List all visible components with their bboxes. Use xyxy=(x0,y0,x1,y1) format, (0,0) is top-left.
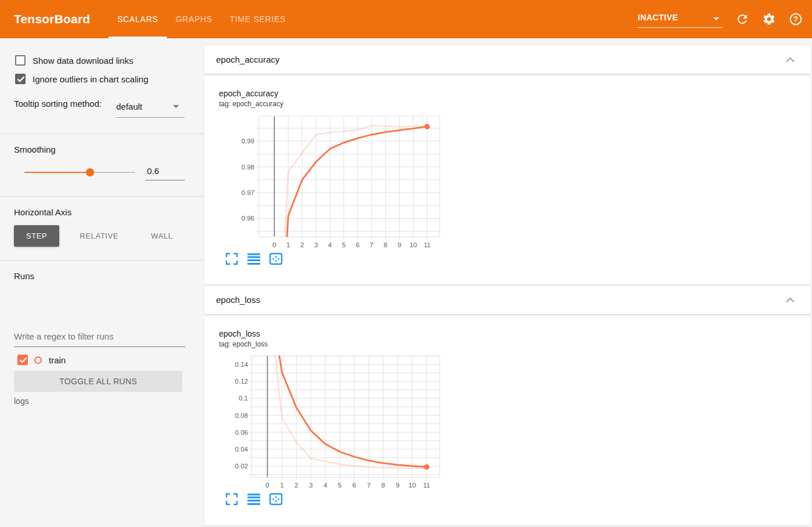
app-header: TensorBoard SCALARS GRAPHS TIME SERIES I… xyxy=(0,0,812,38)
ignore-outliers-checkbox[interactable] xyxy=(15,74,26,84)
svg-text:0: 0 xyxy=(272,241,276,248)
checkbox-label: Ignore outliers in chart scaling xyxy=(33,74,148,84)
svg-text:?: ? xyxy=(793,15,798,23)
chart-tag: tag: epoch_loss xyxy=(219,340,268,348)
ignore-outliers-row: Ignore outliers in chart scaling xyxy=(15,74,148,84)
chart-card-epoch-accuracy: epoch_accuracy tag: epoch_accuracy 01234… xyxy=(204,76,811,284)
svg-text:8: 8 xyxy=(382,482,385,489)
caret-down-icon xyxy=(173,105,179,108)
svg-text:5: 5 xyxy=(338,482,342,489)
tab-graphs[interactable]: GRAPHS xyxy=(167,0,221,38)
svg-text:6: 6 xyxy=(353,482,356,489)
run-train-checkbox[interactable] xyxy=(17,355,28,365)
horizontal-axis-label: Horizontal Axis xyxy=(14,207,71,217)
svg-text:0.1: 0.1 xyxy=(239,395,248,402)
axis-relative-button[interactable]: RELATIVE xyxy=(67,225,131,247)
horizontal-axis-selector: STEP RELATIVE WALL xyxy=(14,225,185,247)
svg-text:0.06: 0.06 xyxy=(235,429,248,436)
svg-text:11: 11 xyxy=(423,241,430,248)
run-color-circle-icon xyxy=(34,356,42,364)
svg-text:3: 3 xyxy=(309,482,312,489)
svg-text:0.14: 0.14 xyxy=(235,361,249,368)
chart-title: epoch_loss xyxy=(219,329,260,338)
fit-domain-icon[interactable] xyxy=(269,252,283,266)
tooltip-sorting-dropdown[interactable]: default xyxy=(116,102,142,111)
svg-text:2: 2 xyxy=(300,241,304,248)
section-header-epoch-loss[interactable]: epoch_loss xyxy=(204,286,811,314)
svg-text:8: 8 xyxy=(383,241,387,248)
expand-icon[interactable] xyxy=(225,492,239,506)
settings-sidebar: Show data download links Ignore outliers… xyxy=(0,38,204,527)
checkbox-label: Show data download links xyxy=(33,56,133,66)
smoothing-value-input[interactable]: 0.6 xyxy=(145,166,185,181)
divider xyxy=(0,196,204,197)
svg-text:0.04: 0.04 xyxy=(235,446,249,453)
header-actions: INACTIVE ? xyxy=(637,0,803,38)
refresh-icon[interactable] xyxy=(735,12,749,26)
svg-text:0.02: 0.02 xyxy=(235,463,248,470)
svg-text:10: 10 xyxy=(409,241,417,248)
accuracy-chart[interactable]: 012345678910110.960.970.980.99 xyxy=(219,114,443,252)
data-status-dropdown[interactable]: INACTIVE xyxy=(637,10,723,28)
tab-scalars[interactable]: SCALARS xyxy=(109,0,167,38)
chart-title: epoch_accuracy xyxy=(219,89,278,98)
svg-text:7: 7 xyxy=(370,241,373,248)
run-label: train xyxy=(49,355,66,365)
log-scale-icon[interactable] xyxy=(247,252,261,266)
slider-fill xyxy=(24,172,90,173)
show-download-links-row: Show data download links xyxy=(15,55,133,66)
section-header-epoch-accuracy[interactable]: epoch_accuracy xyxy=(204,46,811,74)
section-title: epoch_loss xyxy=(216,286,260,314)
run-row-train: train xyxy=(17,355,66,365)
svg-text:6: 6 xyxy=(356,241,360,248)
loss-chart[interactable]: 012345678910110.020.040.060.080.10.120.1… xyxy=(219,354,443,492)
collapse-chevron-icon[interactable] xyxy=(786,298,795,303)
check-icon xyxy=(17,76,25,82)
chart-tag: tag: epoch_accuracy xyxy=(219,100,283,108)
divider xyxy=(0,260,204,261)
collapse-chevron-icon[interactable] xyxy=(786,57,795,63)
svg-text:0.12: 0.12 xyxy=(235,378,248,385)
status-label: INACTIVE xyxy=(638,13,678,22)
check-icon xyxy=(19,357,27,363)
chart-toolbar xyxy=(225,492,283,506)
chart-card-epoch-loss: epoch_loss tag: epoch_loss 0123456789101… xyxy=(204,316,811,525)
runs-label: Runs xyxy=(14,271,34,281)
app-title: TensorBoard xyxy=(14,0,90,38)
chart-toolbar xyxy=(225,252,283,266)
section-title: epoch_accuracy xyxy=(216,46,279,74)
svg-text:9: 9 xyxy=(397,241,401,248)
caret-down-icon xyxy=(713,17,719,20)
svg-text:11: 11 xyxy=(423,482,430,489)
svg-text:0.97: 0.97 xyxy=(242,189,254,196)
smoothing-label: Smoothing xyxy=(14,145,56,154)
slider-thumb[interactable] xyxy=(86,168,94,176)
expand-icon[interactable] xyxy=(225,252,239,266)
svg-text:3: 3 xyxy=(314,241,318,248)
axis-step-button[interactable]: STEP xyxy=(14,225,59,247)
svg-text:1: 1 xyxy=(280,482,283,489)
logdir-label: logs xyxy=(14,396,29,406)
smoothing-slider[interactable] xyxy=(24,172,135,173)
run-filter-input[interactable]: Write a regex to filter runs xyxy=(14,331,185,347)
tab-time-series[interactable]: TIME SERIES xyxy=(221,0,294,38)
fit-domain-icon[interactable] xyxy=(269,492,283,506)
tab-bar: SCALARS GRAPHS TIME SERIES xyxy=(109,0,294,38)
svg-text:10: 10 xyxy=(408,482,416,489)
axis-wall-button[interactable]: WALL xyxy=(139,225,185,247)
svg-text:0.98: 0.98 xyxy=(242,164,254,171)
log-scale-icon[interactable] xyxy=(247,492,261,506)
svg-text:5: 5 xyxy=(342,241,346,248)
settings-gear-icon[interactable] xyxy=(762,12,776,26)
svg-text:9: 9 xyxy=(396,482,400,489)
help-icon[interactable]: ? xyxy=(789,12,803,26)
svg-text:0: 0 xyxy=(265,482,269,489)
divider xyxy=(0,133,204,134)
svg-text:4: 4 xyxy=(324,482,328,489)
svg-text:7: 7 xyxy=(367,482,371,489)
svg-text:0.99: 0.99 xyxy=(242,138,254,145)
toggle-all-runs-button[interactable]: TOGGLE ALL RUNS xyxy=(14,371,182,392)
show-download-links-checkbox[interactable] xyxy=(15,55,26,66)
svg-text:0.96: 0.96 xyxy=(242,215,254,222)
svg-text:4: 4 xyxy=(328,241,332,248)
